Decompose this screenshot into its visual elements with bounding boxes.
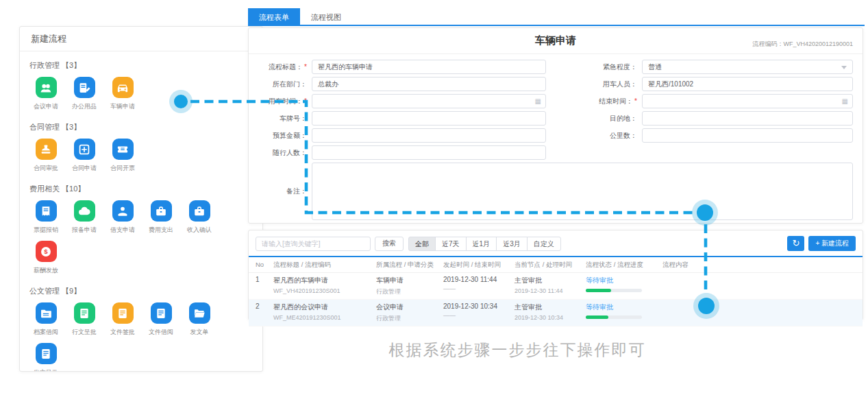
process-tile[interactable]: 报备申请 (65, 200, 103, 235)
column-header: 当前节点 / 处理时间 (514, 261, 586, 270)
field-label: 紧急程度： (588, 62, 642, 72)
table-row[interactable]: 2翟凡西的会议申请WF_ME420191230S001会议申请行政管理2019-… (249, 300, 863, 326)
process-tile[interactable]: 合同开票 (103, 139, 142, 173)
table-cell: 主管审批2019-12-30 10:34 (514, 302, 586, 323)
column-header: No (256, 261, 273, 270)
tile-label: 薪酬发放 (34, 266, 58, 275)
process-tile[interactable]: 车辆申请 (103, 77, 142, 111)
table-cell: 2019-12-30 10:34—— (443, 302, 514, 323)
progress-bar (586, 315, 642, 319)
form-field: 用车人员：翟凡西/101002 (588, 77, 853, 91)
table-cell: 主管审批2019-12-30 11:44 (514, 276, 586, 296)
process-tile[interactable]: 文件签批 (103, 302, 142, 337)
table-cell: 等待审批 (586, 276, 662, 296)
status-badge: 等待审批 (586, 302, 662, 312)
cell-main: 2 (256, 302, 273, 310)
cell-sub: —— (443, 312, 514, 319)
filter-chip[interactable]: 自定义 (527, 237, 561, 251)
table-cell: 2019-12-30 11:44—— (443, 276, 514, 296)
field-input[interactable]: ▦ (312, 94, 546, 108)
field-input[interactable] (642, 111, 853, 126)
remark-textarea[interactable] (312, 163, 853, 220)
field-label: 车牌号： (258, 114, 312, 123)
form-row: 车牌号：目的地： (258, 111, 853, 126)
expense-icon (151, 200, 172, 222)
table-cell: 翟凡西的车辆申请WF_VH420191230S001 (273, 276, 376, 296)
caret-down-icon[interactable] (841, 66, 847, 69)
field-label: 备注： (258, 187, 312, 196)
field-input[interactable] (312, 145, 546, 160)
tile-label: 办公用品 (72, 102, 97, 111)
table-cell: 车辆申请行政管理 (376, 276, 443, 296)
calendar-icon[interactable]: ▦ (842, 97, 848, 106)
process-tile[interactable]: 行文呈批 (65, 302, 103, 337)
process-tile[interactable]: 借支申请 (103, 200, 142, 235)
process-tile[interactable]: 收入确认 (180, 200, 219, 235)
section-title: 费用相关 【10】 (29, 184, 253, 194)
field-input[interactable] (642, 128, 853, 143)
process-tile[interactable]: 票据报销 (27, 200, 65, 235)
required-mark: * (304, 97, 307, 105)
tile-label: 合同申请 (72, 164, 97, 173)
table-row[interactable]: 1翟凡西的车辆申请WF_VH420191230S001车辆申请行政管理2019-… (249, 273, 863, 300)
field-input[interactable]: 翟凡西/101002 (642, 77, 853, 91)
filter-chip[interactable]: 全部 (408, 237, 436, 251)
process-tile[interactable]: 文件借阅 (142, 302, 180, 337)
required-mark: * (634, 97, 637, 105)
process-tile[interactable]: $薪酬发放 (27, 241, 65, 275)
new-process-button[interactable]: + 新建流程 (808, 236, 856, 251)
table-cell: 2 (256, 302, 273, 323)
field-input[interactable] (312, 111, 546, 126)
icon-grid: 合同审批合同申请合同开票 (27, 139, 256, 179)
process-code: 流程编码：WF_VH42020012190001 (752, 40, 853, 49)
form-field: 车牌号： (258, 111, 546, 126)
process-tile[interactable]: 发文呈批 (27, 343, 65, 372)
list-actions: ↻ + 新建流程 (787, 236, 856, 251)
progress-fill (586, 289, 611, 292)
tile-label: 票据报销 (34, 226, 58, 235)
process-tile[interactable]: 发文单 (180, 302, 219, 337)
tab-process-form[interactable]: 流程表单 (248, 8, 300, 25)
process-tile[interactable]: 会议申请 (27, 77, 65, 111)
process-tile[interactable]: 费用支出 (142, 200, 180, 235)
search-input[interactable] (256, 237, 371, 251)
doc-submit-icon (74, 302, 95, 324)
send-doc-icon (189, 302, 210, 324)
field-input[interactable]: ▦ (642, 94, 853, 108)
form-row: 所在部门：总裁办用车人员：翟凡西/101002 (258, 77, 853, 91)
tile-label: 发文单 (190, 328, 209, 337)
field-label: 随行人数： (258, 148, 312, 158)
field-input[interactable]: 总裁办 (312, 77, 546, 91)
field-label: 用车时间：* (258, 97, 312, 106)
process-section: 行政管理 【3】会议申请办公用品车辆申请 (27, 60, 256, 117)
archive-icon (36, 302, 57, 324)
tile-label: 文件借阅 (149, 328, 173, 337)
field-input[interactable]: 普通 (642, 60, 853, 74)
form-field: 公里数： (588, 128, 853, 143)
search-button[interactable]: 搜索 (375, 237, 404, 251)
process-tile[interactable]: 办公用品 (65, 77, 103, 111)
calendar-icon[interactable]: ▦ (535, 97, 541, 106)
tab-process-view[interactable]: 流程视图 (300, 8, 352, 25)
filter-chip[interactable]: 近3月 (496, 237, 528, 251)
form-field: 备注： (258, 163, 853, 220)
process-section: 合同管理 【3】合同审批合同申请合同开票 (27, 122, 256, 179)
form-field: 预算金额： (258, 128, 546, 143)
process-tile[interactable]: 档案借阅 (27, 302, 65, 337)
refresh-button[interactable]: ↻ (787, 236, 804, 251)
tile-label: 收入确认 (187, 226, 212, 235)
field-input[interactable] (312, 128, 546, 143)
table-cell: 会议申请行政管理 (376, 302, 443, 323)
tile-label: 会议申请 (34, 102, 58, 111)
tile-label: 发文呈批 (34, 368, 58, 372)
meeting-icon (36, 77, 57, 98)
filter-chip[interactable]: 近1月 (466, 237, 497, 251)
process-tile[interactable]: 合同审批 (27, 139, 65, 173)
process-tile[interactable]: 合同申请 (65, 139, 103, 173)
contract-apply-icon (74, 139, 95, 160)
filter-chips: 全部近7天近1月近3月自定义 (409, 237, 561, 251)
filter-chip[interactable]: 近7天 (435, 237, 467, 251)
caption-text: 根据系统步骤一步步往下操作即可 (346, 340, 689, 361)
field-input[interactable]: 翟凡西的车辆申请 (312, 60, 546, 74)
cell-sub: 行政管理 (376, 314, 443, 323)
